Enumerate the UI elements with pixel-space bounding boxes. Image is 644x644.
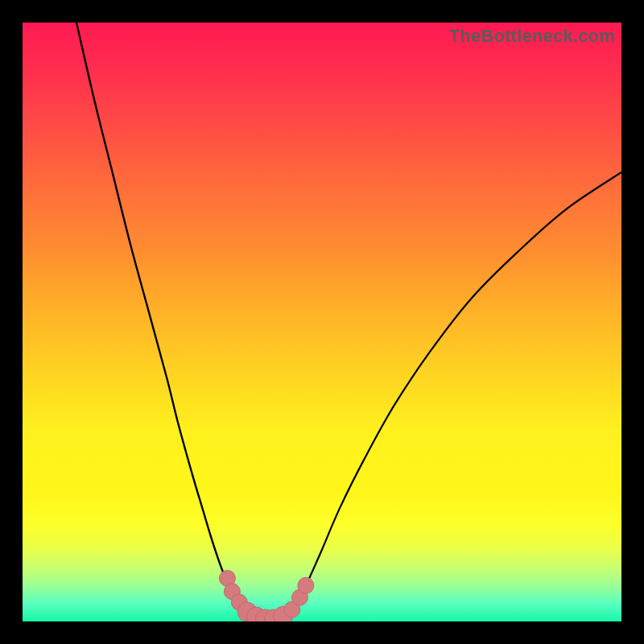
chart-stage: TheBottleneck.com <box>0 0 644 644</box>
right-curve <box>280 172 621 621</box>
chart-svg <box>23 23 621 621</box>
basin-markers <box>219 570 313 621</box>
plot-area: TheBottleneck.com <box>23 23 621 621</box>
basin-marker <box>298 577 314 593</box>
left-curve <box>76 23 268 621</box>
